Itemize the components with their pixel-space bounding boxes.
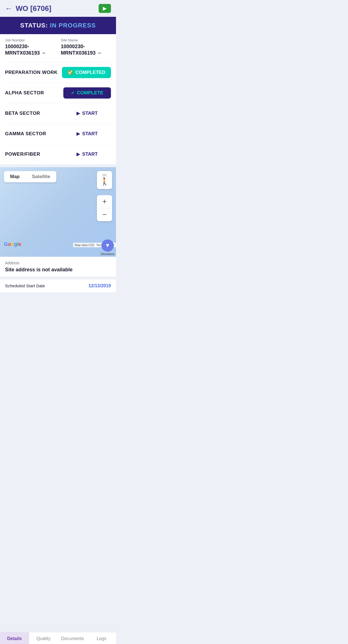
start-label-power-fiber: START: [82, 151, 98, 157]
complete-button-alpha[interactable]: ✓ COMPLETE: [63, 87, 111, 99]
back-button[interactable]: ←: [5, 4, 12, 13]
complete-label: COMPLETE: [77, 90, 103, 96]
work-item-name-alpha: ALPHA SECTOR: [5, 90, 44, 96]
work-item-preparation: PREPARATION WORK ✅ COMPLETED: [5, 62, 111, 83]
job-number-col: Job Number 10000230-MRNTX036193 ✏: [5, 38, 55, 57]
complete-icon: ✓: [71, 90, 75, 95]
info-section: Job Number 10000230-MRNTX036193 ✏ Site N…: [0, 34, 116, 62]
start-button-gamma[interactable]: ▶ START: [63, 128, 111, 139]
start-button-beta[interactable]: ▶ START: [63, 108, 111, 119]
address-label: Address: [5, 261, 111, 265]
start-label-beta: START: [82, 111, 98, 116]
work-item-name-preparation: PREPARATION WORK: [5, 70, 58, 75]
map-toggle-satellite[interactable]: Satellite: [26, 171, 56, 182]
map-toggle-map[interactable]: Map: [4, 171, 26, 182]
pegman-line-2: [103, 176, 106, 176]
zoom-in-button[interactable]: +: [97, 195, 112, 208]
scheduled-date-label: Scheduled Start Date: [5, 283, 45, 288]
site-name-label: Site Name: [61, 38, 111, 42]
job-number-edit-icon[interactable]: ✏: [42, 51, 46, 55]
google-logo-text: Google: [4, 241, 21, 247]
google-logo: Google: [4, 241, 21, 247]
status-banner: STATUS: IN PROGRESS: [0, 17, 116, 34]
map-view-toggle: Map Satellite: [4, 171, 56, 182]
pegman-line-1: [103, 174, 106, 175]
street-view-button[interactable]: 🚶: [97, 171, 112, 189]
directions-icon: ▼: [101, 239, 114, 252]
status-prefix: STATUS:: [20, 22, 48, 29]
address-section: Address Site address is not available: [0, 257, 116, 277]
start-icon-gamma: ▶: [76, 131, 80, 136]
video-button[interactable]: ▶: [99, 4, 111, 13]
site-name-value: 10000230-MRNTX036193 ✏: [61, 43, 111, 57]
work-item-name-gamma: GAMMA SECTOR: [5, 131, 46, 137]
info-row: Job Number 10000230-MRNTX036193 ✏ Site N…: [5, 38, 111, 57]
address-value: Site address is not available: [5, 267, 111, 273]
scheduled-date-value: 12/13/2019: [89, 283, 111, 288]
start-button-power-fiber[interactable]: ▶ START: [63, 149, 111, 160]
start-icon-beta: ▶: [76, 111, 80, 116]
map-zoom-controls: + −: [97, 195, 112, 221]
work-items-list: PREPARATION WORK ✅ COMPLETED ALPHA SECTO…: [0, 62, 116, 164]
page-title: WO [6706]: [16, 4, 99, 13]
start-label-gamma: START: [82, 131, 98, 137]
site-name-col: Site Name 10000230-MRNTX036193 ✏: [61, 38, 111, 57]
work-item-alpha: ALPHA SECTOR ✓ COMPLETE: [5, 83, 111, 103]
pegman-icon: 🚶: [100, 177, 109, 186]
start-icon-power-fiber: ▶: [76, 151, 80, 157]
work-item-name-beta: BETA SECTOR: [5, 111, 40, 116]
completed-button-preparation[interactable]: ✅ COMPLETED: [62, 67, 111, 78]
status-value: IN PROGRESS: [50, 22, 96, 29]
completed-icon: ✅: [68, 70, 73, 75]
map-container[interactable]: Map Satellite 🚶 + − Google Map data ©201…: [0, 167, 116, 257]
completed-label: COMPLETED: [75, 70, 105, 75]
work-item-name-power-fiber: POWER/FIBER: [5, 151, 40, 157]
video-icon: ▶: [103, 5, 107, 11]
directions-button[interactable]: ▼ Directions: [99, 239, 116, 257]
pegman-lines: [103, 174, 106, 176]
work-item-beta: BETA SECTOR ▶ START: [5, 103, 111, 123]
status-label: STATUS: IN PROGRESS: [20, 22, 96, 29]
zoom-out-button[interactable]: −: [97, 208, 112, 221]
header: ← WO [6706] ▶: [0, 0, 116, 17]
directions-label: Directions: [101, 252, 115, 256]
work-item-gamma: GAMMA SECTOR ▶ START: [5, 123, 111, 144]
site-name-edit-icon[interactable]: ✏: [98, 51, 101, 55]
job-number-value: 10000230-MRNTX036193 ✏: [5, 43, 55, 57]
job-number-label: Job Number: [5, 38, 55, 42]
work-item-power-fiber: POWER/FIBER ▶ START: [5, 144, 111, 164]
scheduled-date-section: Scheduled Start Date 12/13/2019: [0, 279, 116, 292]
